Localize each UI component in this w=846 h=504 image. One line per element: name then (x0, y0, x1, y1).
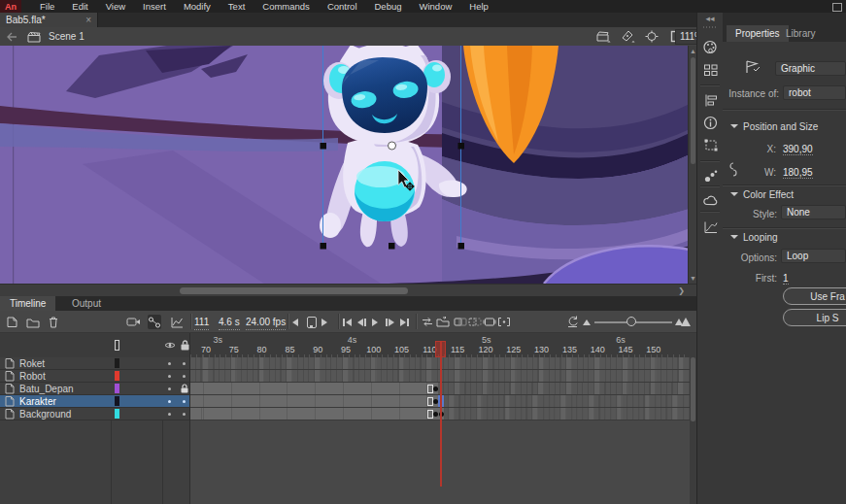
new-folder-icon[interactable] (26, 315, 40, 329)
current-frame-value[interactable]: 111 (194, 315, 209, 330)
section-position-size[interactable]: Position and Size (730, 121, 818, 132)
go-last-frame-icon[interactable] (400, 315, 409, 329)
menu-item-edit[interactable]: Edit (63, 0, 96, 13)
layer-lock-icon[interactable] (180, 384, 189, 393)
brush-library-icon[interactable] (702, 168, 719, 185)
new-layer-icon[interactable] (5, 315, 18, 329)
lock-icon[interactable] (180, 340, 190, 351)
layer-row-background[interactable]: Background (0, 408, 189, 420)
frame-rate-value[interactable]: 24.00 fps (246, 315, 286, 330)
document-tab[interactable]: Bab5.fla* × (0, 13, 98, 27)
section-looping[interactable]: Looping (730, 232, 778, 243)
menu-item-view[interactable]: View (97, 0, 134, 13)
layer-lock-dot[interactable] (183, 362, 186, 365)
next-frame-icon[interactable] (386, 315, 394, 329)
play-icon[interactable] (372, 315, 378, 329)
layer-row-roket[interactable]: Roket (0, 357, 189, 370)
step-forward-icon[interactable] (321, 315, 327, 329)
zoom-in-frames-icon[interactable] (675, 315, 691, 329)
align-icon[interactable] (702, 92, 719, 109)
tab-library[interactable]: Library (777, 25, 825, 42)
stage-canvas[interactable] (0, 46, 696, 284)
edit-symbols-icon[interactable] (620, 29, 635, 45)
color-icon[interactable] (702, 39, 719, 55)
menu-item-modify[interactable]: Modify (175, 0, 220, 13)
scroll-right-icon[interactable]: ❯ (678, 286, 685, 295)
tab-output[interactable]: Output (62, 296, 111, 311)
lip-syncing-button[interactable]: Lip S (783, 309, 846, 326)
menu-item-file[interactable]: File (31, 0, 63, 13)
elapsed-time-value[interactable]: 4.6 s (219, 315, 240, 330)
menu-item-commands[interactable]: Commands (254, 0, 319, 13)
swatches-icon[interactable] (702, 61, 719, 78)
info-icon[interactable] (702, 115, 719, 131)
loop-options-select[interactable]: Loop (781, 249, 846, 263)
style-select[interactable]: None (781, 205, 846, 219)
transform-icon[interactable] (702, 137, 719, 153)
layer-visibility-dot[interactable] (168, 413, 171, 416)
edit-scene-icon[interactable] (595, 29, 611, 45)
center-stage-icon[interactable] (644, 29, 660, 45)
graph-view-icon[interactable] (170, 315, 184, 329)
scrollbar-handle[interactable] (180, 287, 408, 294)
creative-cloud-icon[interactable] (702, 192, 719, 209)
outline-color-column-icon[interactable] (115, 340, 119, 351)
close-icon[interactable]: × (85, 16, 91, 25)
edit-multiple-frames-icon[interactable] (483, 315, 496, 329)
layer-row-batu_depan[interactable]: Batu_Depan (0, 383, 189, 395)
zoom-out-frames-icon[interactable] (583, 315, 591, 329)
reset-timeline-zoom-icon[interactable] (566, 315, 579, 329)
layer-row-robot[interactable]: Robot (0, 370, 189, 383)
onion-skin-icon[interactable] (454, 315, 467, 329)
menu-item-text[interactable]: Text (220, 0, 254, 13)
slider-knob[interactable] (626, 317, 636, 326)
w-value[interactable]: 180,95 (783, 167, 813, 179)
stage-vertical-scrollbar[interactable]: ▲ ▼ (688, 46, 696, 284)
onion-skin-outlines-icon[interactable] (468, 315, 482, 329)
layer-visibility-dot[interactable] (168, 400, 171, 403)
back-arrow-icon[interactable] (4, 29, 19, 45)
layer-visibility-dot[interactable] (168, 362, 171, 365)
layer-visibility-dot[interactable] (168, 375, 171, 378)
scroll-up-icon[interactable]: ▲ (690, 48, 696, 54)
step-back-icon[interactable] (292, 315, 298, 329)
show-parenting-view-icon[interactable] (148, 315, 161, 329)
menu-item-control[interactable]: Control (319, 0, 366, 13)
breadcrumb-scene[interactable]: Scene 1 (49, 31, 85, 42)
first-frame-value[interactable]: 1 (783, 273, 789, 285)
instance-name-field[interactable]: robot (783, 85, 846, 100)
menu-item-help[interactable]: Help (460, 0, 497, 13)
menu-item-window[interactable]: Window (411, 0, 461, 13)
current-frame-icon[interactable] (307, 315, 317, 329)
stage-horizontal-scrollbar[interactable]: ❯ (0, 284, 696, 296)
keyframe-dot[interactable] (433, 399, 438, 404)
prev-frame-icon[interactable] (357, 315, 366, 329)
motion-presets-icon[interactable] (702, 218, 719, 235)
modify-markers-icon[interactable] (497, 315, 511, 329)
camera-icon[interactable] (126, 315, 141, 329)
tab-timeline[interactable]: Timeline (0, 296, 55, 311)
scroll-down-icon[interactable]: ▼ (690, 275, 696, 282)
menu-item-debug[interactable]: Debug (366, 0, 411, 13)
layer-row-karakter[interactable]: Karakter (0, 395, 189, 408)
layer-visibility-dot[interactable] (168, 387, 171, 390)
layer-lock-dot[interactable] (183, 400, 186, 403)
loop-playback-icon[interactable] (421, 315, 434, 329)
expand-panels-icon[interactable]: ◂◂ (697, 14, 723, 23)
layer-lock-dot[interactable] (183, 413, 186, 416)
eye-icon[interactable] (164, 341, 176, 350)
scrollbar-handle[interactable] (691, 57, 695, 164)
timeline-vertical-scrollbar[interactable] (690, 333, 696, 504)
link-width-height-icon[interactable] (728, 162, 739, 177)
x-value[interactable]: 390,90 (783, 144, 813, 155)
frame-size-slider[interactable] (594, 315, 672, 329)
layer-lock-dot[interactable] (183, 375, 186, 378)
keyframe-dot[interactable] (433, 412, 438, 417)
use-frame-picker-button[interactable]: Use Fra (783, 287, 846, 305)
delete-layer-icon[interactable] (48, 315, 59, 329)
symbol-type-select[interactable]: Graphic (775, 61, 846, 76)
window-control-icon[interactable] (832, 3, 842, 12)
go-first-frame-icon[interactable] (343, 315, 352, 329)
section-color-effect[interactable]: Color Effect (730, 189, 794, 200)
menu-item-insert[interactable]: Insert (134, 0, 175, 13)
